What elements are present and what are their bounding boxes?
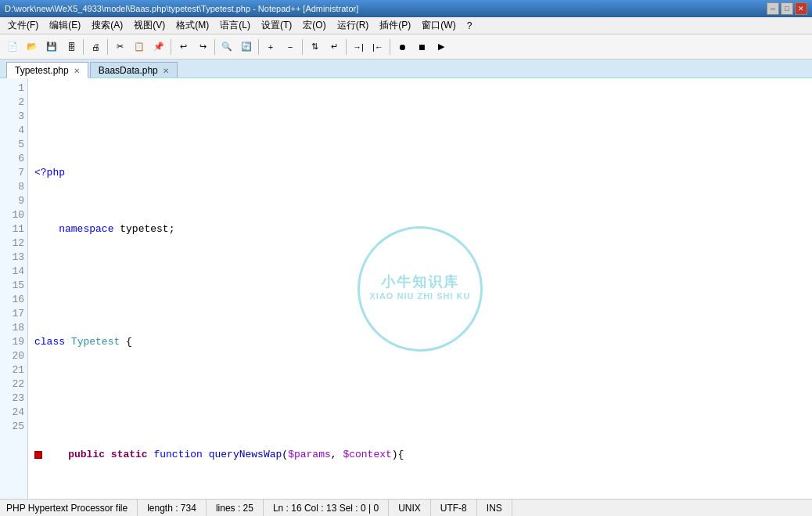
- tb-sep1: [83, 39, 84, 55]
- tb-sep2: [107, 39, 108, 55]
- tb-paste[interactable]: 📌: [149, 38, 168, 56]
- menu-run[interactable]: 运行(R): [332, 17, 374, 34]
- ln-4: 4: [3, 124, 24, 138]
- ln-12: 12: [3, 236, 24, 251]
- ln-20: 20: [3, 349, 24, 363]
- tb-saveall[interactable]: 🗄: [62, 38, 81, 56]
- menu-help[interactable]: ?: [462, 19, 477, 33]
- minimize-button[interactable]: ─: [767, 2, 779, 15]
- tb-sep7: [346, 39, 347, 55]
- tb-sep6: [302, 39, 303, 55]
- code-line-6: public static function queryNewsWap($par…: [34, 448, 806, 462]
- menu-plugins[interactable]: 插件(P): [375, 17, 415, 34]
- tabbar: Typetest.php ✕ BaasData.php ✕: [0, 60, 812, 78]
- code-editor[interactable]: 小牛知识库 XIAO NIU ZHI SHI KU <?php namespac…: [28, 78, 812, 499]
- status-encoding: UTF-8: [431, 500, 477, 516]
- ln-1: 1: [3, 81, 24, 96]
- code-area: 1 2 3 4 5 6 7 8 9 10 11 12 13 14 15 16 1…: [0, 78, 812, 499]
- menu-edit[interactable]: 编辑(E): [45, 17, 85, 34]
- code-line-3: [34, 279, 806, 293]
- status-position: Ln : 16 Col : 13 Sel : 0 | 0: [264, 500, 389, 516]
- status-lineending: UNIX: [389, 500, 431, 516]
- tb-wrap[interactable]: ↵: [325, 38, 343, 56]
- statusbar: PHP Hypertext Processor file length : 73…: [0, 499, 812, 516]
- ln-13: 13: [3, 251, 24, 265]
- ln-6: 6: [3, 152, 24, 166]
- code-line-4: class Typetest {: [34, 335, 806, 349]
- ln-22: 22: [3, 377, 24, 392]
- tb-find[interactable]: 🔍: [217, 38, 236, 56]
- tb-stop[interactable]: ⏹: [412, 38, 431, 56]
- tab-baasdata[interactable]: BaasData.php ✕: [90, 62, 178, 78]
- tab-typetest[interactable]: Typetest.php ✕: [6, 62, 88, 78]
- menu-macro[interactable]: 宏(O): [298, 17, 330, 34]
- ln-15: 15: [3, 279, 24, 293]
- ln-21: 21: [3, 363, 24, 377]
- code-line-5: [34, 392, 806, 406]
- ln-18: 18: [3, 321, 24, 335]
- maximize-button[interactable]: □: [781, 2, 793, 15]
- menubar: 文件(F) 编辑(E) 搜索(A) 视图(V) 格式(M) 语言(L) 设置(T…: [0, 17, 812, 34]
- status-mode: INS: [477, 500, 512, 516]
- tb-new[interactable]: 📄: [3, 38, 22, 56]
- ln-19: 19: [3, 335, 24, 349]
- code-line-1: <?php: [34, 166, 806, 180]
- tb-copy[interactable]: 📋: [130, 38, 149, 56]
- menu-search[interactable]: 搜索(A): [87, 17, 128, 34]
- status-lines: lines : 25: [207, 500, 264, 516]
- ln-17: 17: [3, 307, 24, 321]
- tb-undo[interactable]: ↩: [174, 38, 192, 56]
- tab-typetest-label: Typetest.php: [15, 65, 69, 76]
- tb-replace[interactable]: 🔄: [237, 38, 256, 56]
- ln-8: 8: [3, 180, 24, 194]
- ln-2: 2: [3, 96, 24, 110]
- tb-save[interactable]: 💾: [42, 38, 61, 56]
- code-line-2: namespace typetest;: [34, 222, 806, 236]
- tb-sep8: [390, 39, 390, 55]
- tb-sep5: [258, 39, 259, 55]
- tb-zoomout[interactable]: −: [281, 38, 300, 56]
- menu-settings[interactable]: 设置(T): [257, 17, 296, 34]
- tb-sep3: [171, 39, 171, 55]
- ln-10: 10: [3, 208, 24, 222]
- tb-indent[interactable]: →|: [349, 38, 368, 56]
- menu-view[interactable]: 视图(V): [129, 17, 170, 34]
- ln-5: 5: [3, 138, 24, 152]
- close-button[interactable]: ✕: [795, 2, 807, 15]
- tb-synchscroll[interactable]: ⇅: [305, 38, 324, 56]
- tb-sep4: [214, 39, 215, 55]
- menu-language[interactable]: 语言(L): [215, 17, 255, 34]
- menu-file[interactable]: 文件(F): [3, 17, 43, 34]
- tb-zoomin[interactable]: +: [261, 38, 280, 56]
- title-text: D:\work\new\WeX5_4933\model\Baas.php\typ…: [5, 4, 358, 13]
- tab-baasdata-close[interactable]: ✕: [163, 67, 169, 75]
- ln-23: 23: [3, 392, 24, 406]
- tb-print[interactable]: 🖨: [86, 38, 105, 56]
- tb-play[interactable]: ▶: [432, 38, 451, 56]
- titlebar: D:\work\new\WeX5_4933\model\Baas.php\typ…: [0, 0, 812, 17]
- ln-14: 14: [3, 265, 24, 279]
- tb-redo[interactable]: ↪: [193, 38, 212, 56]
- ln-24: 24: [3, 406, 24, 420]
- tb-cut[interactable]: ✂: [110, 38, 129, 56]
- ln-7: 7: [3, 166, 24, 180]
- status-length: length : 734: [138, 500, 207, 516]
- ln-9: 9: [3, 194, 24, 208]
- ln-11: 11: [3, 222, 24, 236]
- tb-record[interactable]: ⏺: [393, 38, 411, 56]
- tb-open[interactable]: 📂: [23, 38, 41, 56]
- tab-typetest-close[interactable]: ✕: [74, 67, 80, 75]
- ln-3: 3: [3, 110, 24, 124]
- tab-baasdata-label: BaasData.php: [99, 65, 158, 76]
- menu-window[interactable]: 窗口(W): [417, 17, 460, 34]
- tb-dedent[interactable]: |←: [368, 38, 387, 56]
- status-filetype: PHP Hypertext Processor file: [6, 500, 138, 516]
- toolbar: 📄 📂 💾 🗄 🖨 ✂ 📋 📌 ↩ ↪ 🔍 🔄 + − ⇅ ↵ →| |← ⏺ …: [0, 34, 812, 60]
- window-controls: ─ □ ✕: [767, 2, 807, 15]
- menu-format[interactable]: 格式(M): [171, 17, 214, 34]
- ln-16: 16: [3, 293, 24, 307]
- red-indicator-6: [34, 451, 42, 459]
- line-numbers: 1 2 3 4 5 6 7 8 9 10 11 12 13 14 15 16 1…: [0, 78, 28, 499]
- ln-25: 25: [3, 420, 24, 434]
